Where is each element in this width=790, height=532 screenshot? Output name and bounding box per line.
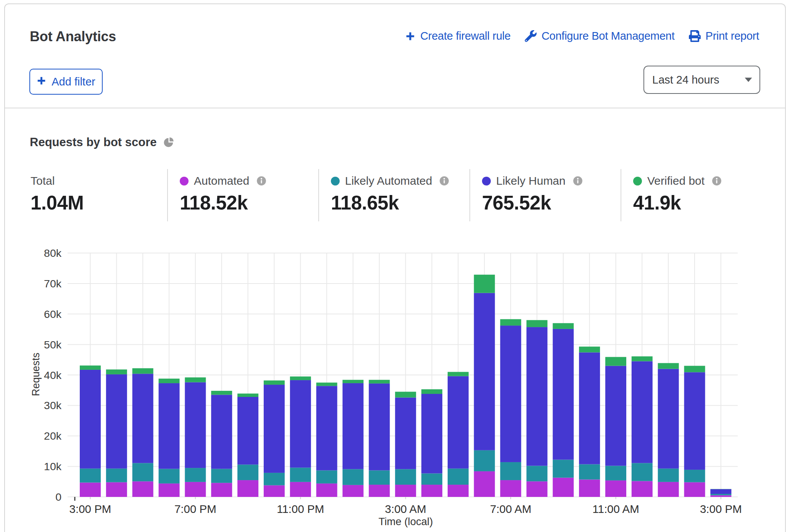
- bar-segment[interactable]: [316, 382, 337, 386]
- bar-segment[interactable]: [474, 275, 495, 293]
- bar-segment[interactable]: [632, 481, 653, 497]
- bar-segment[interactable]: [80, 370, 101, 469]
- bar-segment[interactable]: [684, 366, 705, 372]
- bar-segment[interactable]: [185, 377, 206, 382]
- bar-segment[interactable]: [290, 468, 311, 482]
- bar-segment[interactable]: [395, 485, 416, 497]
- bar-segment[interactable]: [237, 464, 258, 480]
- bar-segment[interactable]: [159, 469, 180, 484]
- bar-segment[interactable]: [658, 369, 679, 469]
- bar-segment[interactable]: [185, 382, 206, 468]
- bar-segment[interactable]: [474, 471, 495, 497]
- bar-segment[interactable]: [395, 392, 416, 397]
- bar-segment[interactable]: [290, 482, 311, 497]
- bar-segment[interactable]: [316, 386, 337, 470]
- bar-segment[interactable]: [395, 469, 416, 485]
- bar-segment[interactable]: [343, 383, 364, 469]
- bar-segment[interactable]: [553, 323, 574, 329]
- bar-segment[interactable]: [579, 479, 600, 497]
- bar-segment[interactable]: [500, 319, 521, 326]
- bar-segment[interactable]: [579, 347, 600, 352]
- bar-segment[interactable]: [343, 380, 364, 383]
- bar-segment[interactable]: [369, 384, 390, 471]
- bar-segment[interactable]: [448, 485, 469, 497]
- bar-segment[interactable]: [605, 357, 626, 366]
- bar-segment[interactable]: [106, 482, 127, 497]
- info-icon[interactable]: [439, 176, 449, 186]
- bar-segment[interactable]: [185, 482, 206, 497]
- bar-segment[interactable]: [710, 494, 731, 495]
- bar-segment[interactable]: [343, 485, 364, 497]
- bar-segment[interactable]: [185, 468, 206, 482]
- bar-segment[interactable]: [237, 393, 258, 397]
- bar-segment[interactable]: [237, 397, 258, 464]
- print-report-link[interactable]: Print report: [689, 30, 759, 42]
- bar-segment[interactable]: [684, 372, 705, 470]
- bar-segment[interactable]: [80, 469, 101, 483]
- info-icon[interactable]: [573, 176, 583, 186]
- bar-segment[interactable]: [264, 485, 285, 497]
- bar-segment[interactable]: [632, 356, 653, 361]
- bar-segment[interactable]: [421, 394, 442, 473]
- bar-segment[interactable]: [159, 383, 180, 469]
- add-filter-button[interactable]: Add filter: [29, 69, 103, 95]
- bar-segment[interactable]: [80, 366, 101, 370]
- bar-segment[interactable]: [658, 482, 679, 497]
- bar-segment[interactable]: [159, 379, 180, 383]
- bar-segment[interactable]: [421, 389, 442, 394]
- bar-segment[interactable]: [106, 374, 127, 469]
- bar-segment[interactable]: [684, 482, 705, 497]
- bar-segment[interactable]: [132, 481, 153, 497]
- bar-segment[interactable]: [343, 469, 364, 485]
- bar-segment[interactable]: [526, 481, 547, 497]
- info-icon[interactable]: [712, 176, 722, 186]
- bar-segment[interactable]: [526, 466, 547, 482]
- create-firewall-rule-link[interactable]: Create firewall rule: [405, 30, 511, 42]
- bar-segment[interactable]: [106, 369, 127, 374]
- configure-bot-management-link[interactable]: Configure Bot Management: [525, 30, 675, 42]
- bar-segment[interactable]: [369, 380, 390, 384]
- bar-segment[interactable]: [369, 471, 390, 485]
- bar-segment[interactable]: [632, 361, 653, 463]
- bar-segment[interactable]: [448, 372, 469, 376]
- bar-segment[interactable]: [500, 326, 521, 462]
- bar-segment[interactable]: [316, 484, 337, 497]
- bar-segment[interactable]: [526, 320, 547, 327]
- bar-segment[interactable]: [605, 480, 626, 497]
- bar-segment[interactable]: [605, 366, 626, 466]
- bar-segment[interactable]: [290, 376, 311, 380]
- bar-segment[interactable]: [264, 385, 285, 473]
- bar-segment[interactable]: [132, 374, 153, 463]
- bar-segment[interactable]: [211, 483, 232, 497]
- bar-segment[interactable]: [500, 462, 521, 480]
- info-icon[interactable]: [256, 176, 266, 186]
- bar-segment[interactable]: [264, 380, 285, 385]
- bar-segment[interactable]: [395, 398, 416, 469]
- bar-segment[interactable]: [526, 327, 547, 466]
- bar-segment[interactable]: [710, 495, 731, 497]
- bar-segment[interactable]: [106, 469, 127, 482]
- bar-segment[interactable]: [264, 473, 285, 485]
- bar-segment[interactable]: [159, 484, 180, 497]
- bar-segment[interactable]: [474, 450, 495, 471]
- bar-segment[interactable]: [553, 329, 574, 460]
- bar-segment[interactable]: [448, 376, 469, 469]
- bar-segment[interactable]: [553, 478, 574, 497]
- bar-segment[interactable]: [290, 380, 311, 468]
- bar-segment[interactable]: [474, 293, 495, 450]
- bar-segment[interactable]: [421, 473, 442, 485]
- bar-segment[interactable]: [658, 469, 679, 482]
- bar-segment[interactable]: [369, 485, 390, 497]
- bar-segment[interactable]: [132, 463, 153, 481]
- bar-segment[interactable]: [80, 482, 101, 497]
- bar-segment[interactable]: [448, 469, 469, 485]
- bar-segment[interactable]: [211, 391, 232, 395]
- bar-segment[interactable]: [421, 485, 442, 497]
- bar-segment[interactable]: [579, 464, 600, 480]
- bar-segment[interactable]: [658, 363, 679, 369]
- bar-segment[interactable]: [211, 395, 232, 469]
- bar-segment[interactable]: [553, 460, 574, 478]
- bar-segment[interactable]: [605, 466, 626, 480]
- bar-segment[interactable]: [632, 463, 653, 481]
- time-range-select[interactable]: Last 24 hours: [643, 66, 760, 94]
